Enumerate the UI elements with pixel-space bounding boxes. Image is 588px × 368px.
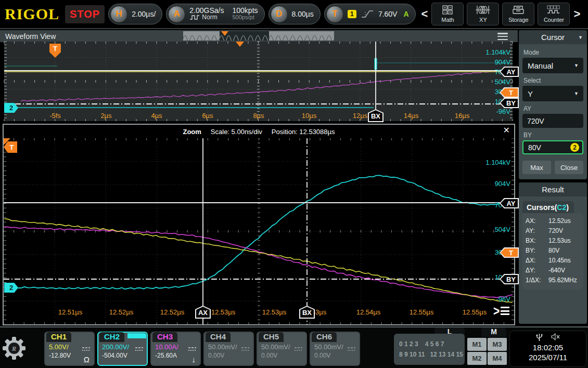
result-panel-header[interactable]: Result xyxy=(519,182,587,196)
memory-depth-value: 100kpts xyxy=(233,7,258,14)
channel-card-ch6[interactable]: CH650.00mV/0.00V xyxy=(310,332,360,366)
zoom-volt-label: -96V xyxy=(496,295,510,303)
result-row: ΔX:10.45ns xyxy=(526,256,581,266)
bottom-bar: R CH15.00V/-12.80VΩCH2200.00V/-504.00VCH… xyxy=(0,326,588,368)
upper-volt-label: 1.104kV xyxy=(485,48,510,56)
zoom-time-label: 12.54µs xyxy=(356,308,381,316)
zoom-context-menu-icon[interactable]: > xyxy=(493,305,509,317)
channel-card-ch2[interactable]: CH2200.00V/-504.00V xyxy=(97,332,148,366)
nav-tile-math[interactable]: Math xyxy=(431,3,464,25)
delay-settings-button[interactable]: D 8.00µs xyxy=(269,4,321,24)
chevron-down-icon: ▼ xyxy=(578,35,583,40)
zoom-time-label: 12.51µs xyxy=(58,308,83,316)
nav-tile-label: Counter xyxy=(544,17,564,23)
xy-icon xyxy=(475,5,491,16)
usb-icon xyxy=(536,333,543,341)
nav-tile-xy[interactable]: XY xyxy=(467,3,499,25)
zoom-title: Zoom xyxy=(183,128,201,136)
horizontal-settings-button[interactable]: H 2.00µs/ xyxy=(108,4,162,24)
zoom-panel-header: Zoom Scale: 5.00ns/div Position: 12.5308… xyxy=(4,125,514,138)
result-value: -640V xyxy=(548,266,565,275)
result-key: BY: xyxy=(526,246,548,256)
channel-card-ch3[interactable]: CH310.00A/-25.60A↓ xyxy=(150,332,201,366)
delay-value: 8.00µs xyxy=(292,10,314,18)
storage-icon xyxy=(512,5,525,16)
result-key: 1/ΔX: xyxy=(526,275,548,285)
result-row: BY:80V xyxy=(526,246,581,256)
channel-card-ch4[interactable]: CH450.00mV/0.00V xyxy=(203,332,254,366)
channel-scale: 50.00mV/ xyxy=(208,343,237,351)
acquisition-settings-button[interactable]: A 2.00GSa/s Norm 100kpts 500ps/pt xyxy=(166,4,264,24)
result-row: BX:12.53us xyxy=(526,236,581,246)
channel-name: CH1 xyxy=(46,332,71,342)
rigol-gear-logo[interactable]: R xyxy=(1,330,27,367)
zoom-time-label: 12.55µs xyxy=(410,308,434,316)
squarewave-icon xyxy=(189,15,200,20)
ay-input[interactable]: 720V xyxy=(522,114,583,128)
nav-tile-label: Storage xyxy=(508,17,529,23)
dc-coupling-icon xyxy=(82,344,91,353)
mode-dropdown[interactable]: Manual▼ xyxy=(522,58,583,73)
math-button-m2[interactable]: M2 xyxy=(467,352,487,365)
chevron-down-icon: ▼ xyxy=(574,91,579,96)
by-input[interactable]: 80V 2 xyxy=(522,140,583,154)
nav-prev-button[interactable]: < xyxy=(420,7,429,21)
channel-scale: 5.00V/ xyxy=(49,343,69,351)
select-dropdown[interactable]: Y▼ xyxy=(522,86,583,101)
result-value: 10.45ns xyxy=(548,256,571,266)
cursors-result-card: Cursors(C2) AX:12.52usAY:720VBX:12.53usB… xyxy=(522,201,583,290)
ay-label: AY xyxy=(523,105,583,112)
math-icon xyxy=(441,5,454,16)
clock-date: 2025/07/11 xyxy=(510,353,586,362)
cursor-panel-header[interactable]: Cursor▼ xyxy=(519,30,587,44)
channel-offset: -504.00V xyxy=(102,352,127,359)
upper-volt-label: 904V xyxy=(495,58,510,66)
acquisition-mode: Norm xyxy=(202,14,217,21)
channel-name: CH4 xyxy=(206,332,231,342)
oscilloscope-screen: RIGOL STOP H 2.00µs/ A 2.00GSa/s Norm 10… xyxy=(0,0,588,368)
rigol-logo: RIGOL xyxy=(3,5,61,23)
close-button[interactable]: Close xyxy=(555,161,583,174)
result-value: 12.52us xyxy=(548,216,571,226)
trigger-knob-icon: T xyxy=(326,6,343,23)
sample-resolution-value: 500ps/pt xyxy=(233,14,258,21)
result-value: 80V xyxy=(548,246,559,256)
max-button[interactable]: Max xyxy=(522,161,551,174)
channel-scale: 50.00mV/ xyxy=(261,343,290,351)
result-row: 1/ΔX:95.62MHz xyxy=(526,275,581,285)
chevron-down-icon: ▼ xyxy=(574,63,579,68)
nav-tile-storage[interactable]: Storage xyxy=(502,3,534,25)
rising-edge-icon xyxy=(361,9,374,19)
logic-row1b: 4 5 6 7 xyxy=(425,340,444,348)
cursor-panel: Cursor▼ Mode Manual▼ Select Y▼ AY 720V B… xyxy=(519,30,587,179)
upper-time-label: 8µs xyxy=(253,112,264,120)
channel-name: CH6 xyxy=(312,332,337,342)
upper-time-label: 14µs xyxy=(404,112,418,120)
upper-time-label: 4µs xyxy=(151,112,162,120)
waveform-canvas xyxy=(0,30,518,326)
clock-block: 18:02:05 2025/07/11 xyxy=(509,331,586,367)
select-label: Select xyxy=(523,77,583,84)
trigger-settings-button[interactable]: T 1 7.60V A xyxy=(324,4,416,24)
right-sidebar: Cursor▼ Mode Manual▼ Select Y▼ AY 720V B… xyxy=(519,30,587,325)
zoom-close-icon[interactable]: ✕ xyxy=(503,125,510,135)
channel-card-ch1[interactable]: CH15.00V/-12.80VΩ xyxy=(44,332,95,366)
zoom-volt-label: 504V xyxy=(495,226,510,233)
math-button-m4[interactable]: M4 xyxy=(488,352,507,365)
mode-label: Mode xyxy=(523,49,583,56)
math-button-m3[interactable]: M3 xyxy=(488,338,507,351)
result-row: AY:720V xyxy=(526,226,581,236)
dc-coupling-icon xyxy=(188,344,197,353)
channel-card-ch5[interactable]: CH550.00mV/0.00V xyxy=(257,332,307,366)
channel-extra-symbol: ↓ xyxy=(192,355,196,364)
nav-tile-counter[interactable]: Counter xyxy=(538,3,570,25)
clock-time: 18:02:05 xyxy=(510,343,586,352)
math-button-m1[interactable]: M1 xyxy=(467,338,487,351)
run-stop-button[interactable]: STOP xyxy=(65,5,105,23)
nav-next-button[interactable]: > xyxy=(572,7,581,21)
cursors-result-tab[interactable]: Cursors(C2) xyxy=(522,201,574,213)
logic-channels-button[interactable]: 0 1 2 3 4 5 6 7 8 9 10 11 12 13 14 15 xyxy=(394,334,465,365)
upper-time-label: -5fs xyxy=(49,112,61,120)
upper-time-label: 12µs xyxy=(353,112,367,120)
result-row: ΔY:-640V xyxy=(526,266,581,275)
